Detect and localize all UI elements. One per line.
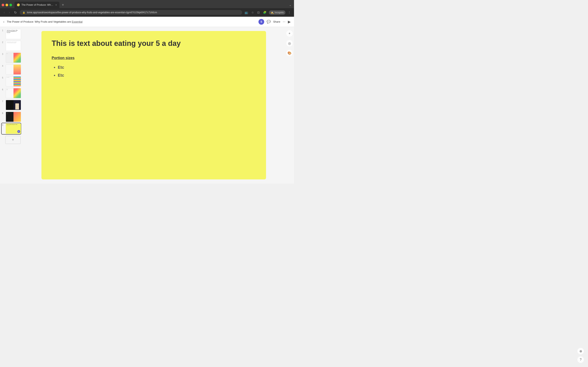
presentation-title: The Power of Produce: Why Fruits and Veg…: [7, 20, 259, 23]
slide-thumbnail: This is text about eating your 5 a day P…: [6, 124, 21, 134]
tab-label: The Power of Produce: Why Fr...: [21, 3, 54, 6]
comment-button[interactable]: 💬: [267, 20, 271, 24]
nav-bar: ‹ › ↻ 🔒 tome.app/sarahsworkspace/the-pow…: [0, 8, 294, 17]
tab-list-button[interactable]: ⌄: [288, 2, 292, 7]
slide-thumbnail: [6, 100, 21, 110]
slide-panel: 1 The Power of Produce: Why Fruits and V…: [0, 27, 22, 184]
slide-item[interactable]: 2 Nutritional Benefits of Fruits and Veg…: [2, 40, 21, 51]
right-toolbar: + ◎ 🎨: [285, 27, 294, 184]
lock-icon: 🔒: [22, 11, 25, 14]
slide-item[interactable]: 3 Text: [2, 52, 21, 63]
user-avatar[interactable]: S: [259, 19, 264, 25]
title-underline: Essential: [72, 20, 82, 23]
nav-actions: 📺 ☆ ⊡ 🧩 🕵 Incognito ⋮: [244, 10, 292, 15]
active-tab[interactable]: The Power of Produce: Why Fr... ×: [15, 2, 60, 8]
list-item: Etc: [58, 73, 256, 78]
content-panel: This is text about eating your 5 a day P…: [22, 27, 285, 184]
new-tab-button[interactable]: +: [60, 2, 66, 8]
menu-icon[interactable]: ⋮: [287, 10, 292, 15]
slide-thumbnail: Text: [6, 53, 21, 63]
slide-canvas[interactable]: This is text about eating your 5 a day P…: [42, 31, 266, 179]
list-item: Etc: [58, 65, 256, 70]
back-button[interactable]: ‹: [3, 20, 4, 24]
maximize-traffic-light[interactable]: [9, 4, 12, 6]
address-text: tome.app/sarahsworkspace/the-power-of-pr…: [27, 11, 157, 14]
profile-icon[interactable]: ⊡: [256, 10, 260, 15]
traffic-lights: [2, 4, 12, 6]
slide-item[interactable]: 6 Qualit...Growi...: [2, 88, 21, 99]
bookmark-icon[interactable]: ☆: [251, 10, 255, 15]
slide-item[interactable]: 7: [2, 100, 21, 110]
tab-close-button[interactable]: ×: [55, 3, 57, 7]
share-button[interactable]: Share: [273, 20, 280, 23]
incognito-badge: 🕵 Incognito: [269, 10, 285, 15]
slide-item[interactable]: 1 The Power of Produce: Why Fruits and V…: [2, 29, 21, 40]
slide-item[interactable]: 5 SCORABLE: [2, 76, 21, 87]
minimize-traffic-light[interactable]: [6, 4, 8, 6]
slide-thumbnail: The Power of Produce: Why Fruits and Veg…: [6, 29, 21, 39]
tab-bar: The Power of Produce: Why Fr... × + ⌄: [0, 0, 294, 8]
slide-item[interactable]: 9 This is text about eating your 5 a day…: [2, 123, 21, 134]
palette-button[interactable]: 🎨: [286, 50, 293, 56]
slide-thumbnail: Nutritional Benefits of Fruits and Veget…: [6, 41, 21, 51]
slide-item[interactable]: 4: [2, 64, 21, 75]
slide-thumbnail: SCORABLE: [6, 76, 21, 86]
slide-thumbnail: Qualit...Growi...: [6, 88, 21, 98]
slide-subheading[interactable]: Portion sizes: [52, 56, 256, 60]
target-button[interactable]: ◎: [286, 40, 293, 47]
browser-chrome: The Power of Produce: Why Fr... × + ⌄ ‹ …: [0, 0, 294, 17]
play-button[interactable]: ▶: [288, 20, 291, 24]
slide-thumbnail: ECAT+ YOUYO FO...: [6, 112, 21, 122]
address-bar[interactable]: 🔒 tome.app/sarahsworkspace/the-power-of-…: [20, 10, 242, 15]
cast-icon[interactable]: 📺: [244, 10, 249, 15]
header-actions: S 💬 Share ··· ▶: [259, 19, 291, 25]
slide-bullet-list: Etc Etc: [52, 65, 256, 78]
add-element-button[interactable]: +: [286, 30, 293, 37]
main-area: 1 The Power of Produce: Why Fruits and V…: [0, 27, 294, 184]
slide-heading: This is text about eating your 5 a day: [52, 39, 256, 48]
incognito-icon: 🕵: [270, 11, 274, 14]
tab-favicon: [17, 3, 20, 6]
forward-button[interactable]: ›: [8, 10, 11, 15]
reload-button[interactable]: ↻: [13, 10, 18, 15]
more-options-button[interactable]: ···: [283, 20, 285, 24]
user-badge: S: [17, 130, 20, 133]
slide-thumbnail: [6, 64, 21, 75]
slide-item[interactable]: 8 ECAT+ YOUYO FO...: [2, 111, 21, 122]
add-slide-button[interactable]: +: [5, 136, 21, 144]
close-traffic-light[interactable]: [2, 4, 4, 6]
extensions-icon[interactable]: 🧩: [262, 10, 267, 15]
back-button[interactable]: ‹: [2, 10, 6, 15]
app-header: ‹ The Power of Produce: Why Fruits and V…: [0, 17, 294, 27]
